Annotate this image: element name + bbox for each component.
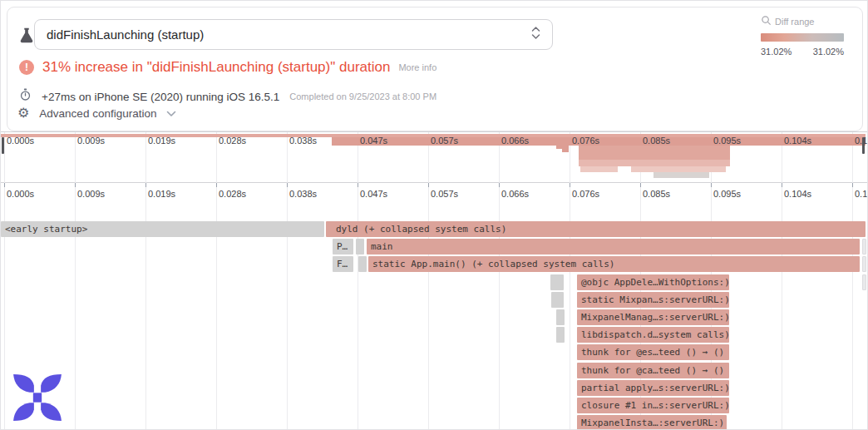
flame-segment[interactable]: MixpanelManag…s:serverURL:) — [577, 309, 729, 325]
flame-segment[interactable] — [356, 239, 364, 255]
flame-segment[interactable]: F… — [333, 256, 353, 272]
flame-segment[interactable]: <early startup> — [1, 221, 324, 237]
flame-segment[interactable]: dyld (+ collapsed system calls) — [332, 221, 866, 237]
flame-segment[interactable] — [555, 274, 564, 290]
flame-segment[interactable]: main — [367, 239, 860, 255]
flame-chart: <early startup>dyld (+ collapsed system … — [1, 1, 867, 430]
flame-segment[interactable]: @objc AppDele…WithOptions:) — [577, 274, 729, 290]
flame-segment[interactable]: thunk for @es…teed () → () — [577, 344, 729, 360]
flame-segment[interactable]: P… — [333, 239, 353, 255]
flame-segment[interactable] — [862, 256, 866, 272]
flame-segment[interactable]: static App.main() (+ collapsed system ca… — [368, 256, 860, 272]
flame-segment[interactable]: libdispatch.d…system calls) — [577, 327, 729, 343]
flame-segment[interactable]: closure #1 in…s:serverURL:) — [577, 398, 729, 413]
flame-segment[interactable]: static Mixpan…s:serverURL:) — [577, 292, 729, 308]
flame-segment[interactable] — [556, 327, 565, 343]
flame-segment[interactable] — [358, 256, 367, 272]
flame-segment[interactable] — [555, 292, 564, 308]
flame-segment[interactable]: partial apply…s:serverURL:) — [577, 380, 729, 396]
trace-diff-page: didFinishLaunching (startup) Diff range … — [0, 0, 868, 430]
emerge-tools-logo — [12, 373, 63, 425]
flame-segment[interactable] — [862, 274, 866, 290]
flame-segment[interactable]: MixpanelInsta…:serverURL:) — [577, 415, 727, 430]
flame-segment[interactable] — [556, 309, 565, 325]
flame-segment[interactable] — [862, 239, 866, 255]
flame-segment[interactable]: thunk for @ca…teed () → () — [577, 363, 729, 378]
